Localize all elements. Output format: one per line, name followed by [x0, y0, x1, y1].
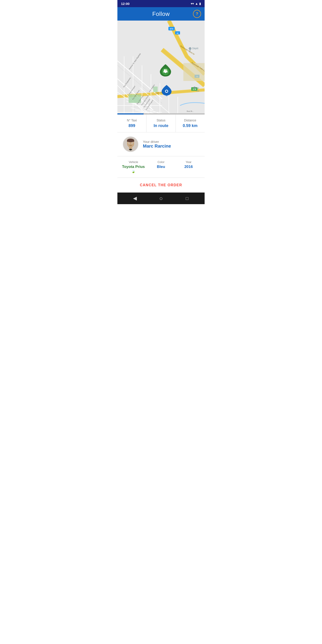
- color-label: Color: [147, 160, 175, 164]
- year-value: 2016: [175, 164, 202, 169]
- info-grid: N° Taxi 899 Status In route Distance 0.5…: [118, 114, 204, 132]
- status-cell: Status In route: [146, 114, 176, 132]
- svg-text:573: 573: [170, 28, 173, 30]
- vehicle-grid: Vehicle Toyota Prius 🍃 Color Bleu Year 2…: [118, 156, 204, 178]
- distance-label: Distance: [178, 118, 202, 122]
- driver-avatar: [123, 136, 138, 152]
- svg-rect-65: [127, 140, 134, 142]
- header-title: Follow: [152, 10, 170, 18]
- wifi-icon: ▾▾: [191, 2, 194, 5]
- svg-point-50: [194, 86, 196, 89]
- color-cell: Color Bleu: [147, 160, 175, 174]
- distance-value: 0.59 km: [178, 124, 202, 128]
- driver-info: Your driver Marc Rarcine: [143, 140, 171, 149]
- year-label: Year: [175, 160, 202, 164]
- status-value: In route: [149, 124, 173, 128]
- svg-point-47: [189, 47, 192, 50]
- map-container: 138 573 40 73: [118, 20, 204, 114]
- vehicle-cell: Vehicle Toyota Prius 🍃: [120, 160, 147, 174]
- svg-text:Dépôt: Dépôt: [192, 47, 198, 50]
- back-icon: ◀: [133, 196, 137, 201]
- map-progress-bar: [118, 113, 204, 114]
- color-value: Bleu: [147, 164, 175, 169]
- recents-button[interactable]: □: [182, 194, 192, 203]
- battery-icon: ▮: [199, 2, 201, 5]
- svg-text:Ind: Ind: [196, 87, 199, 89]
- svg-rect-29: [153, 86, 158, 92]
- help-button[interactable]: ?: [193, 10, 201, 18]
- driver-avatar-svg: [123, 137, 138, 152]
- svg-point-59: [166, 90, 168, 92]
- square-icon: □: [186, 196, 188, 201]
- svg-text:Rue Ri...: Rue Ri...: [187, 110, 194, 112]
- svg-point-70: [130, 149, 131, 150]
- status-time: 12:00: [121, 2, 130, 6]
- driver-section: Your driver Marc Rarcine: [118, 132, 204, 156]
- distance-cell: Distance 0.59 km: [176, 114, 204, 132]
- year-cell: Year 2016: [175, 160, 202, 174]
- svg-point-69: [132, 143, 132, 144]
- taxi-number-cell: N° Taxi 899: [118, 114, 146, 132]
- svg-text:40: 40: [177, 32, 179, 34]
- home-icon: ○: [159, 195, 163, 202]
- vehicle-name: Toyota Prius: [122, 164, 145, 169]
- app-header: Follow ?: [118, 7, 204, 20]
- bottom-nav: ◀ ○ □: [118, 192, 204, 204]
- svg-text:Car: Car: [196, 90, 200, 92]
- status-bar: 12:00 ▾▾ ▲ ▮: [118, 0, 204, 7]
- leaf-icon: 🍃: [131, 169, 136, 173]
- home-button[interactable]: ○: [156, 194, 166, 203]
- status-label: Status: [149, 118, 173, 122]
- taxi-value: 899: [120, 124, 144, 128]
- signal-icon: ▲: [195, 2, 198, 5]
- map-progress-fill: [118, 113, 144, 114]
- svg-point-56: [166, 72, 168, 74]
- cancel-section: CANCEL THE ORDER: [118, 178, 204, 192]
- vehicle-value: Toyota Prius 🍃: [120, 164, 147, 174]
- svg-rect-30: [183, 63, 204, 81]
- cancel-button[interactable]: CANCEL THE ORDER: [140, 183, 182, 187]
- status-icons: ▾▾ ▲ ▮: [191, 2, 201, 5]
- taxi-label: N° Taxi: [120, 118, 144, 122]
- map-svg: 138 573 40 73: [118, 20, 204, 114]
- back-button[interactable]: ◀: [130, 194, 140, 203]
- svg-point-55: [164, 72, 165, 74]
- svg-point-68: [129, 143, 130, 144]
- vehicle-label: Vehicle: [120, 160, 147, 164]
- driver-label: Your driver: [143, 140, 171, 144]
- driver-name: Marc Rarcine: [143, 144, 171, 149]
- svg-point-60: [166, 94, 168, 96]
